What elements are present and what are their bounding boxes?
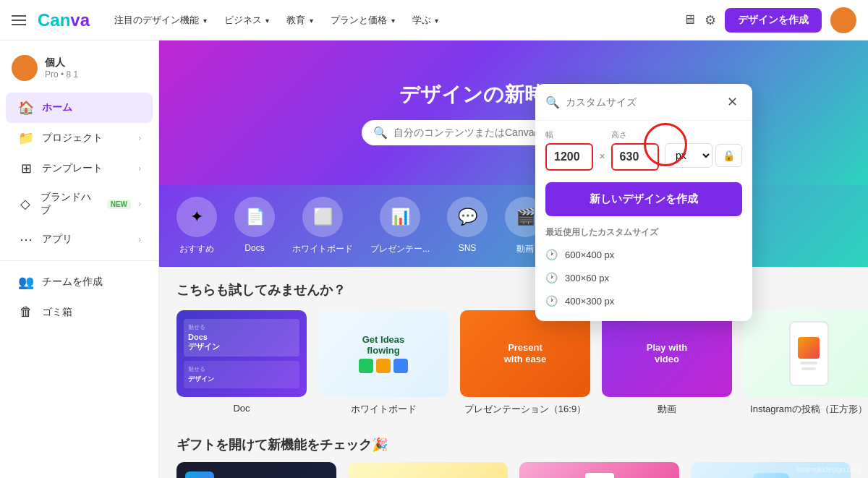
video-thumbnail: Play withvideo <box>602 310 732 397</box>
quick-label: ホワイトボード <box>292 243 353 255</box>
height-field: 高さ <box>611 129 659 171</box>
unit-selector: px cm mm in 🔒 <box>665 143 742 168</box>
instagram-thumbnail <box>744 310 868 397</box>
quick-item-whiteboard[interactable]: ⬜ ホワイトボード <box>292 197 353 255</box>
instagram-card-label: Instagramの投稿（正方形） <box>744 403 868 416</box>
quick-access-bar: ✦ おすすめ 📄 Docs ⬜ ホワイトボード 📊 プレゼンテー... 💬 SN… <box>159 185 868 267</box>
sidebar-item-home[interactable]: 🏠 ホーム <box>6 93 153 123</box>
create-new-design-button[interactable]: 新しいデザインを作成 <box>545 182 742 216</box>
chevron-down-icon: ▾ <box>265 17 269 25</box>
sidebar-item-label: ホーム <box>42 101 72 114</box>
sidebar-footer: 👥 チームを作成 🗑 ゴミ箱 <box>0 260 158 327</box>
sidebar-item-templates[interactable]: ⊞ テンプレート › <box>6 153 153 184</box>
nav-right: 🖥 ⚙ デザインを作成 <box>683 7 856 33</box>
whiteboard-card-label: ホワイトボード <box>318 403 448 416</box>
chevron-down-icon: ▾ <box>435 17 438 25</box>
sidebar-item-trash[interactable]: 🗑 ゴミ箱 <box>6 297 153 327</box>
hero-section: デザインの新時代がはじ 🔍 <box>159 40 868 185</box>
width-field: 幅 <box>545 129 593 171</box>
watermark: hitamukidesign.blog <box>797 466 861 474</box>
nav-features[interactable]: 注目のデザイン機能 ▾ <box>107 9 214 31</box>
apps-icon: ⋯ <box>17 231 35 247</box>
recent-label: 最近使用したカスタムサイズ <box>535 222 752 243</box>
quick-label: 動画 <box>516 243 534 255</box>
gift-card-brand[interactable]: Aa ブランドハブをチェック › <box>348 462 508 478</box>
quick-label: おすすめ <box>179 243 214 255</box>
new-badge: NEW <box>107 200 131 209</box>
template-card-presentation[interactable]: Presentwith ease プレゼンテーション（16:9） <box>460 310 590 416</box>
sidebar-item-label: プロジェクト <box>42 132 103 145</box>
recent-size-item[interactable]: 🕐 400×300 px <box>535 289 752 312</box>
size-inputs-row: 幅 × 高さ px cm mm in 🔒 <box>535 121 752 176</box>
profile-name: 個人 <box>45 56 78 69</box>
chevron-down-icon: ▾ <box>391 17 395 25</box>
search-icon: 🔍 <box>373 126 388 140</box>
gear-icon[interactable]: ⚙ <box>705 12 716 28</box>
template-card-doc[interactable]: 魅せる Docsデザイン 魅せる デザイン Doc <box>176 310 307 416</box>
video-card-text: Play withvideo <box>641 336 693 370</box>
template-card-video[interactable]: Play withvideo 動画 <box>602 310 732 416</box>
recent-size-text: 600×400 px <box>565 249 614 260</box>
quick-item-recommended[interactable]: ✦ おすすめ <box>176 197 217 255</box>
avatar[interactable] <box>830 7 856 33</box>
nav-business[interactable]: ビジネス ▾ <box>217 9 277 31</box>
doc-card-label: Doc <box>176 403 307 414</box>
top-nav: Canva 注目のデザイン機能 ▾ ビジネス ▾ 教育 ▾ プランと価格 ▾ 学… <box>0 0 868 40</box>
gift-card-gift[interactable] <box>519 462 679 478</box>
presentation-card-text: Presentwith ease <box>498 336 553 370</box>
gift-card-event[interactable]: イベントを見る › <box>176 462 336 478</box>
search-icon: 🔍 <box>545 95 560 109</box>
template-card-whiteboard[interactable]: Get Ideasflowing ホワイトボード <box>318 310 448 416</box>
width-input[interactable] <box>545 143 593 171</box>
whiteboard-icon: ⬜ <box>302 197 343 237</box>
size-separator: × <box>599 150 605 162</box>
profile-info: 個人 Pro • 8 1 <box>45 56 78 80</box>
chevron-down-icon: ▾ <box>203 17 207 25</box>
sns-icon: 💬 <box>447 197 488 237</box>
try-section: こちらも試してみませんか？ 魅せる Docsデザイン 魅せる デザイン <box>159 267 868 430</box>
monitor-icon[interactable]: 🖥 <box>683 12 696 27</box>
chevron-right-icon: › <box>138 199 141 209</box>
sidebar-item-brandhub[interactable]: ◇ ブランドハブ NEW › <box>6 184 153 224</box>
nav-links: 注目のデザイン機能 ▾ ビジネス ▾ 教育 ▾ プランと価格 ▾ 学ぶ ▾ <box>107 9 671 31</box>
templates-icon: ⊞ <box>17 161 35 176</box>
presentation-icon: 📊 <box>380 197 420 237</box>
recent-size-item[interactable]: 🕐 600×400 px <box>535 243 752 266</box>
width-label: 幅 <box>545 129 593 140</box>
quick-item-docs[interactable]: 📄 Docs <box>234 197 275 255</box>
presentation-card-label: プレゼンテーション（16:9） <box>460 403 590 416</box>
sidebar-profile: 個人 Pro • 8 1 <box>0 49 158 93</box>
sidebar: 個人 Pro • 8 1 🏠 ホーム 📁 プロジェクト › ⊞ テンプレート ›… <box>0 40 159 478</box>
video-card-label: 動画 <box>602 403 732 416</box>
profile-avatar <box>12 55 38 81</box>
recent-size-text: 400×300 px <box>565 296 614 307</box>
template-card-instagram[interactable]: Instagramの投稿（正方形） <box>744 310 868 416</box>
sidebar-item-projects[interactable]: 📁 プロジェクト › <box>6 123 153 153</box>
whiteboard-thumbnail: Get Ideasflowing <box>318 310 448 397</box>
dropdown-header: 🔍 ✕ <box>535 84 752 121</box>
unit-select[interactable]: px cm mm in <box>665 143 712 168</box>
hamburger-menu[interactable] <box>12 15 26 25</box>
height-input[interactable] <box>611 143 659 171</box>
create-design-button[interactable]: デザインを作成 <box>725 8 822 33</box>
main-content: デザインの新時代がはじ 🔍 ✦ おすすめ 📄 Docs ⬜ ホワイトボード 📊 <box>159 40 868 478</box>
lock-button[interactable]: 🔒 <box>715 144 742 167</box>
nav-pricing[interactable]: プランと価格 ▾ <box>323 9 402 31</box>
recent-size-text: 300×60 px <box>565 273 609 283</box>
clock-icon: 🕐 <box>545 249 558 260</box>
quick-item-sns[interactable]: 💬 SNS <box>447 197 488 255</box>
custom-size-search[interactable] <box>566 96 717 108</box>
gift-section: ギフトを開けて新機能をチェック🎉 イベントを見る › Aa ブランドハブをチェッ <box>159 430 868 478</box>
folder-icon: 📁 <box>17 130 35 146</box>
template-cards-row: 魅せる Docsデザイン 魅せる デザイン Doc <box>176 310 851 416</box>
recent-size-item[interactable]: 🕐 300×60 px <box>535 266 752 289</box>
sidebar-item-label: ブランドハブ <box>41 191 97 217</box>
doc-thumbnail: 魅せる Docsデザイン 魅せる デザイン <box>176 310 307 397</box>
sidebar-item-apps[interactable]: ⋯ アプリ › <box>6 224 153 255</box>
nav-learn[interactable]: 学ぶ ▾ <box>405 9 446 31</box>
sidebar-item-create-team[interactable]: 👥 チームを作成 <box>6 267 153 297</box>
close-button[interactable]: ✕ <box>723 93 742 111</box>
sidebar-item-label: アプリ <box>42 233 72 246</box>
quick-item-presentation[interactable]: 📊 プレゼンテー... <box>370 197 430 255</box>
nav-education[interactable]: 教育 ▾ <box>279 9 320 31</box>
